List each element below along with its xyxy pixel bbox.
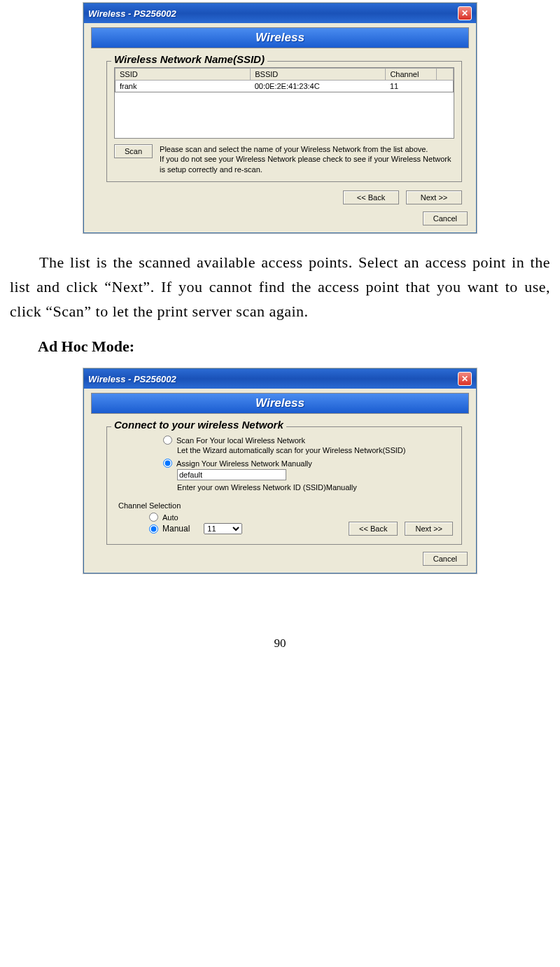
radio-manual-label: Assign Your Wireless Network Manually bbox=[176, 459, 312, 468]
cell-bssid: 00:0E:2E:41:23:4C bbox=[251, 81, 386, 92]
radio-scan[interactable] bbox=[163, 436, 172, 445]
radio-channel-auto[interactable] bbox=[149, 513, 158, 522]
dialog-wireless-connect: Wireless - PS256002 ✕ Wireless Connect t… bbox=[83, 368, 477, 573]
cell-ssid: frank bbox=[115, 81, 251, 92]
channel-section-label: Channel Selection bbox=[118, 501, 454, 510]
channel-auto-label: Auto bbox=[162, 513, 178, 522]
next-button[interactable]: Next >> bbox=[405, 522, 453, 536]
wireless-banner: Wireless bbox=[91, 393, 469, 414]
wireless-banner: Wireless bbox=[91, 27, 469, 48]
channel-manual-label: Manual bbox=[162, 524, 190, 534]
connect-groupbox: Connect to your wireless Network Scan Fo… bbox=[106, 426, 462, 545]
col-channel[interactable]: Channel bbox=[386, 69, 436, 81]
cancel-button[interactable]: Cancel bbox=[423, 552, 468, 566]
help-text-1: Please scan and select the name of your … bbox=[160, 145, 428, 153]
window-title: Wireless - PS256002 bbox=[88, 8, 176, 19]
scan-button[interactable]: Scan bbox=[114, 144, 153, 158]
ssid-groupbox: Wireless Network Name(SSID) SSID BSSID C… bbox=[106, 61, 462, 182]
titlebar: Wireless - PS256002 ✕ bbox=[84, 4, 476, 23]
close-icon[interactable]: ✕ bbox=[458, 372, 472, 386]
ssid-input[interactable] bbox=[177, 469, 286, 480]
page-number: 90 bbox=[0, 636, 560, 651]
help-text: Please scan and select the name of your … bbox=[160, 144, 454, 174]
col-spacer bbox=[436, 69, 453, 81]
table-row[interactable]: frank 00:0E:2E:41:23:4C 11 bbox=[115, 81, 454, 92]
cell-channel: 11 bbox=[386, 81, 436, 92]
col-bssid[interactable]: BSSID bbox=[251, 69, 386, 81]
window-title: Wireless - PS256002 bbox=[88, 374, 176, 384]
radio-scan-label: Scan For Your local Wireless Network bbox=[176, 436, 305, 445]
help-text-2: If you do not see your Wireless Network … bbox=[160, 155, 451, 173]
groupbox-title: Connect to your wireless Network bbox=[111, 419, 286, 431]
body-paragraph: The list is the scanned available access… bbox=[10, 250, 550, 324]
scan-subtext: Let the Wizard automatically scan for yo… bbox=[177, 446, 454, 454]
back-button[interactable]: << Back bbox=[349, 522, 398, 536]
groupbox-title: Wireless Network Name(SSID) bbox=[111, 53, 267, 65]
dialog-wireless-ssid: Wireless - PS256002 ✕ Wireless Wireless … bbox=[83, 3, 477, 233]
titlebar: Wireless - PS256002 ✕ bbox=[84, 369, 476, 389]
next-button[interactable]: Next >> bbox=[406, 190, 462, 204]
adhoc-heading: Ad Hoc Mode: bbox=[38, 338, 550, 356]
radio-manual[interactable] bbox=[163, 459, 172, 468]
close-icon[interactable]: ✕ bbox=[458, 6, 472, 20]
col-ssid[interactable]: SSID bbox=[115, 69, 251, 81]
back-button[interactable]: << Back bbox=[343, 190, 399, 204]
channel-select[interactable]: 11 bbox=[204, 523, 242, 534]
radio-channel-manual[interactable] bbox=[149, 524, 158, 534]
cancel-button[interactable]: Cancel bbox=[423, 211, 468, 225]
manual-subtext: Enter your own Wireless Network ID (SSID… bbox=[177, 483, 454, 492]
network-table[interactable]: SSID BSSID Channel frank 00:0E:2E:41:23:… bbox=[114, 67, 454, 139]
